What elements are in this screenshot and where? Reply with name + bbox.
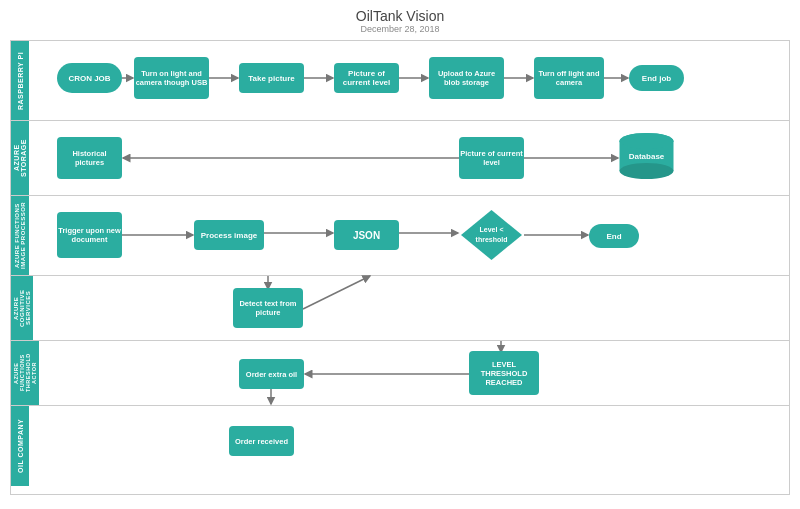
cron-job-node: CRON JOB xyxy=(57,63,122,93)
turnon-node: Turn on light and camera though USB xyxy=(134,57,209,99)
order-received-node: Order received xyxy=(229,426,294,456)
json-node: JSON xyxy=(334,220,399,250)
svg-point-10 xyxy=(620,163,674,179)
level-threshold-diamond: Level < threshold xyxy=(459,208,524,262)
take-picture-node: Take picture xyxy=(239,63,304,93)
lane-cognitive-label: AZURE COGNITIVE SERVICES xyxy=(11,276,33,340)
svg-text:Database: Database xyxy=(629,152,665,161)
lane-raspberry-label: RASPBERRY PI xyxy=(11,41,29,120)
lane-oil-company: Oil Company Order received xyxy=(11,406,789,486)
upload-azure-node: Upload to Azure blob storage xyxy=(429,57,504,99)
lane-threshold-label: AZURE FUNCTIONS THRESHOLD ACTOR xyxy=(11,341,39,405)
order-extra-oil-node: Order extra oil xyxy=(239,359,304,389)
level-threshold-reached-node: LEVEL THRESHOLD REACHED xyxy=(469,351,539,395)
lane-oil-company-label: Oil Company xyxy=(11,406,29,486)
lane-raspberry: RASPBERRY PI xyxy=(11,41,789,121)
lane-azure-storage-label: AZURE STORAGE xyxy=(11,121,29,195)
trigger-node: Trigger upon new document xyxy=(57,212,122,258)
lane-azure-storage: AZURE STORAGE Historical pictures Pictur… xyxy=(11,121,789,196)
svg-marker-17 xyxy=(461,210,522,260)
page-title: OilTank Vision December 28, 2018 xyxy=(0,0,800,34)
process-image-node: Process image xyxy=(194,220,264,250)
detect-text-node: Detect text from picture xyxy=(233,288,303,328)
svg-line-21 xyxy=(303,276,370,309)
historical-pictures-node: Historical pictures xyxy=(57,137,122,179)
svg-point-11 xyxy=(620,133,674,149)
end-node: End xyxy=(589,224,639,248)
lane-azure-functions: AZURE FUNCTIONS IMAGE PROCESSOR Trigger … xyxy=(11,196,789,276)
database-node: Database xyxy=(619,133,674,183)
svg-text:threshold: threshold xyxy=(476,236,508,243)
picture-level-node: Picture of current level xyxy=(334,63,399,93)
turnoff-node: Turn off light and camera xyxy=(534,57,604,99)
lane-cognitive: AZURE COGNITIVE SERVICES Detect text fro… xyxy=(11,276,789,341)
lane-threshold: AZURE FUNCTIONS THRESHOLD ACTOR Order ex… xyxy=(11,341,789,406)
lane-azure-functions-label: AZURE FUNCTIONS IMAGE PROCESSOR xyxy=(11,196,29,275)
svg-text:Level <: Level < xyxy=(480,226,504,233)
endjob-node: End job xyxy=(629,65,684,91)
picture-current-level-node: Picture of current level xyxy=(459,137,524,179)
diagram: RASPBERRY PI xyxy=(10,40,790,495)
